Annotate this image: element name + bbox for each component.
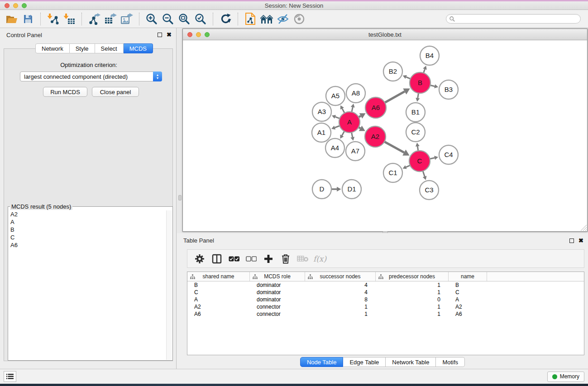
mcds-result-item[interactable]: A [9,218,166,226]
gear-button[interactable] [193,251,206,267]
export-table-button[interactable] [102,11,119,27]
zoom-selected-button[interactable] [192,11,209,27]
task-history-button[interactable] [4,371,16,382]
network-graph[interactable]: B4B2BB3A5A8A6A3B1AA1C2A2A4A7C4CC1DD1C3 [183,40,587,231]
close-panel-button[interactable]: Close panel [92,87,139,97]
float-panel-icon[interactable] [158,33,162,37]
table-cell[interactable]: connector [250,311,305,317]
table-cell[interactable]: dominator [250,289,305,295]
table-cell[interactable]: 1 [305,311,376,317]
table-cell[interactable]: A [187,296,250,303]
table-cell[interactable]: A2 [187,304,250,310]
mcds-result-item[interactable]: B [9,226,166,234]
table-cell[interactable]: 1 [376,282,449,288]
tab-node-table[interactable]: Node Table [300,357,344,367]
open-session-file-button[interactable] [242,11,258,27]
node-C1[interactable]: C1 [383,163,402,182]
import-network-button[interactable] [45,11,61,27]
table-cell[interactable]: dominator [250,296,305,303]
tab-edge-table[interactable]: Edge Table [343,357,386,367]
node-A7[interactable]: A7 [346,142,365,161]
delete-table-button[interactable] [296,251,309,267]
tab-style[interactable]: Style [70,43,95,53]
table-cell[interactable]: A6 [449,311,487,317]
node-A1[interactable]: A1 [312,123,331,142]
node-C3[interactable]: C3 [420,181,439,200]
table-cell[interactable]: 1 [376,289,449,295]
table-cell[interactable]: A2 [449,304,487,310]
node-A6[interactable]: A6 [365,97,386,118]
save-session-button[interactable] [20,11,36,27]
table-cell[interactable]: 8 [305,296,376,303]
network-canvas[interactable]: B4B2BB3A5A8A6A3B1AA1C2A2A4A7C4CC1DD1C3 [183,40,587,231]
minimize-window-button[interactable] [13,3,18,8]
node-C[interactable]: C [409,151,430,172]
table-row[interactable]: Bdominator41B [187,281,584,289]
table-cell[interactable]: connector [250,304,305,310]
node-B4[interactable]: B4 [420,46,439,65]
deselect-all-button[interactable] [244,251,258,267]
table-cell[interactable]: B [449,282,487,288]
mcds-result-item[interactable]: A2 [9,210,166,218]
function-builder-button[interactable]: f(x) [313,251,326,267]
mcds-result-item[interactable]: A6 [9,241,166,249]
refresh-button[interactable] [217,11,234,27]
optimization-criterion-dropdown[interactable]: largest connected component (directed) ▲… [20,71,162,81]
search-field[interactable] [446,14,581,24]
column-header-name[interactable]: name [449,272,487,281]
memory-button[interactable]: Memory [547,372,584,382]
search-input[interactable] [457,16,580,22]
node-A2[interactable]: A2 [365,126,386,147]
node-B1[interactable]: B1 [406,103,425,122]
node-C2[interactable]: C2 [406,123,425,142]
float-panel-icon[interactable] [569,238,574,243]
add-column-button[interactable] [262,251,275,267]
export-image-button[interactable] [119,11,135,27]
column-header-shared-name[interactable]: shared name [187,272,250,281]
node-A3[interactable]: A3 [312,102,331,121]
table-cell[interactable]: C [449,289,487,295]
mcds-result-item[interactable]: C [9,234,166,241]
show-graphics-button[interactable] [291,11,307,27]
column-header-successor-nodes[interactable]: successor nodes [305,272,376,281]
node-A5[interactable]: A5 [326,86,345,105]
zoom-in-button[interactable] [143,11,160,27]
node-A4[interactable]: A4 [325,138,344,157]
node-B[interactable]: B [410,72,430,93]
window-resize-grip[interactable] [580,224,587,231]
node-A8[interactable]: A8 [346,84,365,103]
node-B2[interactable]: B2 [383,62,402,81]
tab-network[interactable]: Network [35,43,70,53]
delete-column-button[interactable] [279,251,292,267]
network-view-window[interactable]: testGlobe.txt B4B2BB3A5A8A6A3B1AA1C2A2A4… [182,29,588,232]
node-D1[interactable]: D1 [342,180,361,199]
table-cell[interactable]: dominator [250,282,305,288]
column-header-predecessor-nodes[interactable]: predecessor nodes [376,272,449,281]
mcds-result-scrollbar[interactable] [166,210,172,360]
close-window-button[interactable] [5,3,10,8]
hide-details-button[interactable] [275,11,291,27]
tab-network-table[interactable]: Network Table [386,357,436,367]
table-cell[interactable]: 4 [305,282,376,288]
table-cell[interactable]: A6 [187,311,250,317]
table-cell[interactable]: 1 [305,304,376,310]
column-browser-button[interactable] [210,251,223,267]
home-button[interactable] [258,11,275,27]
tab-mcds[interactable]: MCDS [124,43,153,53]
zoom-out-button[interactable] [160,11,176,27]
table-row[interactable]: A2connector11A2 [187,303,584,310]
table-cell[interactable]: A [449,296,487,303]
tab-motifs[interactable]: Motifs [436,357,465,367]
close-panel-icon[interactable]: ✖ [167,33,172,37]
node-B3[interactable]: B3 [439,80,458,99]
table-cell[interactable]: 4 [305,289,376,295]
table-cell[interactable]: 1 [376,304,449,310]
app-titlebar[interactable]: Session: New Session [0,1,588,10]
network-window-titlebar[interactable]: testGlobe.txt [183,29,587,40]
table-cell[interactable]: B [187,282,250,288]
zoom-window-button[interactable] [22,3,27,8]
table-cell[interactable]: C [187,289,250,295]
column-header-MCDS-role[interactable]: MCDS role [250,272,305,281]
table-cell[interactable]: 0 [376,296,449,303]
table-row[interactable]: A6connector11A6 [187,310,584,318]
